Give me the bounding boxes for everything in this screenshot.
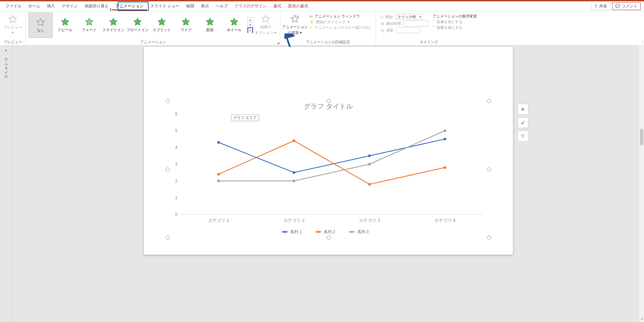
group-label-animation: アニメーション bbox=[140, 39, 166, 45]
svg-point-30 bbox=[317, 231, 319, 233]
svg-text:2: 2 bbox=[175, 178, 177, 183]
svg-point-16 bbox=[368, 154, 371, 157]
star-plus-icon: + bbox=[290, 14, 300, 24]
gallery-up[interactable]: ▴ bbox=[248, 17, 253, 22]
tab-format[interactable]: 書式 bbox=[270, 2, 285, 10]
chart-styles-button[interactable]: 🖌 bbox=[518, 117, 528, 128]
anim-wheel[interactable]: ホイール bbox=[222, 12, 246, 37]
tab-shape-format[interactable]: 図形の書式 bbox=[285, 2, 312, 10]
thumbnail-label: サムネイル bbox=[4, 55, 9, 77]
effect-options-button: 効果の オプション ▾ bbox=[254, 12, 277, 37]
chevron-down-icon: ▾ bbox=[420, 15, 421, 18]
group-label-preview: プレビュー bbox=[4, 39, 22, 45]
svg-text:カテゴリ 3: カテゴリ 3 bbox=[359, 218, 380, 223]
delay-input[interactable] bbox=[396, 27, 421, 33]
anim-fade[interactable]: フェード bbox=[77, 12, 101, 37]
comment-button[interactable]: 💬コメント bbox=[612, 2, 641, 10]
tab-animation[interactable]: アニメーション bbox=[112, 2, 147, 10]
slide[interactable]: グラフ エリア グラフ タイトル0123456カテゴリ 1カテゴリ 2カテゴリ … bbox=[144, 47, 513, 255]
tab-chart-design[interactable]: グラフのデザイン bbox=[231, 2, 270, 10]
svg-point-23 bbox=[292, 180, 295, 182]
brush-icon: 🖌 bbox=[521, 120, 525, 125]
svg-point-21 bbox=[443, 166, 446, 169]
share-icon: ⇪ bbox=[594, 4, 598, 8]
tab-design[interactable]: デザイン bbox=[58, 2, 81, 10]
svg-point-20 bbox=[368, 183, 371, 186]
anim-wipe[interactable]: ワイプ bbox=[174, 12, 198, 37]
tab-transition[interactable]: 画面切り替え bbox=[81, 2, 112, 10]
svg-text:0: 0 bbox=[175, 212, 177, 217]
svg-text:1: 1 bbox=[175, 195, 177, 200]
star-outline-icon bbox=[36, 18, 45, 27]
play-icon: ▷ bbox=[381, 15, 383, 19]
resize-grip-icon: ⤢ bbox=[641, 317, 643, 321]
svg-text:カテゴリ 1: カテゴリ 1 bbox=[208, 218, 229, 223]
star-green-icon bbox=[157, 17, 166, 27]
chart-object[interactable]: グラフ エリア グラフ タイトル0123456カテゴリ 1カテゴリ 2カテゴリ … bbox=[167, 101, 489, 238]
svg-text:カテゴリ 4: カテゴリ 4 bbox=[434, 218, 455, 223]
move-later-button: ˅ 順番を後にする bbox=[433, 25, 477, 30]
star-green-icon bbox=[60, 17, 70, 27]
star-green-icon bbox=[205, 17, 215, 27]
dialog-launcher-icon[interactable]: ◢ bbox=[277, 41, 279, 45]
chevron-down-icon: ▾ bbox=[12, 30, 14, 35]
duration-input[interactable] bbox=[404, 20, 428, 26]
tab-review[interactable]: 校閲 bbox=[183, 2, 198, 10]
scrollbar-thumb[interactable] bbox=[640, 129, 643, 145]
star-green-icon bbox=[181, 17, 191, 27]
tab-slideshow[interactable]: スライド ショー bbox=[147, 2, 183, 10]
tab-view[interactable]: 表示 bbox=[198, 2, 212, 10]
funnel-icon: ▽ bbox=[521, 134, 524, 138]
trigger-icon: ⚡ bbox=[309, 20, 314, 24]
reorder-label: アニメーションの順序変更 bbox=[433, 14, 477, 19]
chart-area-tooltip: グラフ エリア bbox=[231, 115, 259, 121]
tab-insert[interactable]: 挿入 bbox=[44, 2, 58, 10]
gallery-spinner: ▴ ▾ ▾ bbox=[247, 17, 253, 33]
anim-none[interactable]: なし bbox=[29, 12, 53, 38]
star-green-icon bbox=[229, 17, 239, 27]
chart-svg: グラフ タイトル0123456カテゴリ 1カテゴリ 2カテゴリ 3カテゴリ 4系… bbox=[167, 101, 489, 238]
gallery-down[interactable]: ▾ bbox=[248, 22, 253, 27]
thumbnail-rail[interactable]: ▸ サムネイル bbox=[0, 46, 12, 321]
share-button[interactable]: ⇪共有 bbox=[591, 2, 610, 10]
tab-file[interactable]: ファイル bbox=[2, 2, 25, 10]
svg-point-19 bbox=[292, 139, 295, 142]
svg-text:系列 1: 系列 1 bbox=[290, 230, 302, 234]
svg-text:カテゴリ 2: カテゴリ 2 bbox=[283, 218, 305, 223]
anim-appear[interactable]: アピール bbox=[53, 12, 77, 37]
slide-canvas[interactable]: グラフ エリア グラフ タイトル0123456カテゴリ 1カテゴリ 2カテゴリ … bbox=[12, 46, 644, 321]
preview-button[interactable]: プレビュー ▾ bbox=[1, 12, 24, 37]
clock-icon: ◷ bbox=[381, 28, 384, 33]
tab-help[interactable]: ヘルプ bbox=[212, 2, 231, 10]
expand-icon[interactable]: ▸ bbox=[5, 48, 7, 52]
ribbon: プレビュー ▾ プレビュー なし アピール フェード スライドイン フロートイン… bbox=[0, 11, 644, 46]
clock-icon: ◷ bbox=[381, 21, 384, 26]
gallery-more[interactable]: ▾ bbox=[248, 27, 253, 33]
comment-icon: 💬 bbox=[615, 4, 620, 8]
svg-text:5: 5 bbox=[175, 128, 177, 133]
svg-point-27 bbox=[283, 231, 286, 233]
collapse-ribbon-icon[interactable]: ˄ bbox=[642, 41, 643, 45]
anim-floatin[interactable]: フロートイン bbox=[126, 12, 149, 37]
star-green-icon bbox=[85, 17, 94, 27]
anim-slidein[interactable]: スライドイン bbox=[102, 12, 125, 37]
svg-point-18 bbox=[217, 173, 220, 176]
animation-pane-button[interactable]: ▭アニメーション ウィンドウ bbox=[309, 14, 371, 19]
svg-text:3: 3 bbox=[175, 162, 177, 167]
chart-elements-button[interactable]: + bbox=[518, 104, 528, 115]
svg-text:6: 6 bbox=[175, 111, 177, 116]
start-select[interactable]: クリック時▾ bbox=[396, 14, 423, 20]
chart-filter-button[interactable]: ▽ bbox=[518, 131, 528, 141]
star-green-icon bbox=[133, 17, 142, 27]
animation-painter-button: ☆アニメーションのコピー/貼り付け bbox=[309, 25, 371, 30]
star-outline-icon bbox=[8, 15, 17, 24]
add-animation-button[interactable]: + アニメーション の追加 ▾ bbox=[283, 12, 307, 37]
tab-home[interactable]: ホーム bbox=[25, 2, 44, 10]
vertical-scrollbar[interactable]: ⤢ bbox=[638, 45, 644, 322]
painter-icon: ☆ bbox=[309, 25, 313, 30]
anim-split[interactable]: スプリット bbox=[150, 12, 173, 37]
move-earlier-button: ˄ 順番を前にする bbox=[433, 19, 477, 24]
anim-shape[interactable]: 図形 bbox=[198, 12, 222, 37]
star-outline-icon bbox=[261, 14, 270, 24]
svg-point-14 bbox=[217, 141, 220, 144]
